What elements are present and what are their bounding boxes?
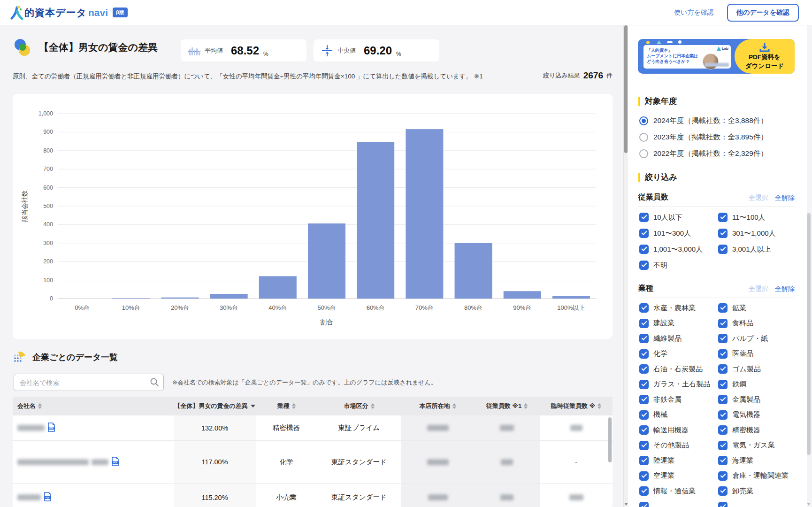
industry-checkbox-パルプ・紙[interactable]: パルプ・紙 xyxy=(718,331,799,346)
search-icon[interactable] xyxy=(149,377,160,387)
industry-checkbox-その他製品[interactable]: その他製品 xyxy=(639,438,718,453)
industry-checkbox-鉱業[interactable]: 鉱業 xyxy=(718,300,799,316)
column-header-2[interactable]: 【全体】男女の賃金の差異 xyxy=(174,402,256,410)
pdf-download-cta[interactable]: PDF資料を ダウンロード xyxy=(735,39,795,74)
svg-text:40%台: 40%台 xyxy=(268,304,287,311)
industry-checkbox-ゴム製品[interactable]: ゴム製品 xyxy=(718,361,799,377)
year-radio-2022[interactable]: 2022年度（掲載社数：全2,329件） xyxy=(639,146,768,162)
sidebar-scrollbar[interactable] xyxy=(807,25,811,507)
checkbox-label: 水産・農林業 xyxy=(653,304,696,313)
sidebar-scrollbar-thumb[interactable] xyxy=(807,213,811,455)
industry-checkbox-水産・農林業[interactable]: 水産・農林業 xyxy=(639,300,718,316)
top-bar: 的資本データ navi β版 使い方を確認 他のデータを確認 xyxy=(0,0,812,25)
pdf-icon[interactable]: PDF xyxy=(44,492,52,503)
industry-checkbox-非鉄金属[interactable]: 非鉄金属 xyxy=(639,392,718,407)
employees-checkbox-不明[interactable]: 不明 xyxy=(639,257,718,273)
industry-checkbox-石油・石炭製品[interactable]: 石油・石炭製品 xyxy=(639,361,718,377)
chart-bar-30%台 xyxy=(210,294,248,299)
scroll-down-arrow-icon[interactable] xyxy=(624,503,628,506)
pdf-banner[interactable]: Lab 「人的資本」 ムーブメントに日本企業は どう向き合うべきか？ PDF資料… xyxy=(638,39,795,74)
filter-result-unit: 件 xyxy=(606,71,613,81)
redacted-text xyxy=(501,459,513,465)
stat-unit: % xyxy=(396,51,401,57)
industry-checkbox-ガラス・土石製品[interactable]: ガラス・土石製品 xyxy=(639,377,718,392)
svg-text:0: 0 xyxy=(50,295,53,302)
employees-checkbox-11〜100人[interactable]: 11〜100人 xyxy=(718,209,799,225)
svg-text:1,000: 1,000 xyxy=(38,110,53,117)
checkbox-checked-icon xyxy=(639,261,649,270)
industry-checkbox-食料品[interactable]: 食料品 xyxy=(718,316,799,331)
employees-checkbox-1,001〜3,000人[interactable]: 1,001〜3,000人 xyxy=(639,241,718,257)
app-logo[interactable]: 的資本データ navi β版 xyxy=(10,5,128,20)
industry-clear-all-link[interactable]: 全解除 xyxy=(775,285,795,293)
industry-checkbox-陸運業[interactable]: 陸運業 xyxy=(639,453,718,469)
column-label: 業種 xyxy=(277,402,290,410)
industry-checkbox-clipped[interactable] xyxy=(639,499,718,507)
wage-gap-value-cell: 132.00% xyxy=(174,415,256,440)
column-header-6[interactable]: 従業員数 ※1 xyxy=(474,402,540,410)
checkbox-label: 10人以下 xyxy=(653,213,682,222)
industry-checkbox-精密機器[interactable]: 精密機器 xyxy=(718,422,799,438)
company-search-input[interactable] xyxy=(14,374,164,391)
pdf-icon[interactable]: PDF xyxy=(111,457,119,468)
industry-checkbox-機械[interactable]: 機械 xyxy=(639,407,718,423)
main-scrollbar[interactable] xyxy=(623,25,628,507)
redacted-text xyxy=(500,494,513,500)
sort-icon xyxy=(598,403,601,409)
redacted-text xyxy=(570,425,582,431)
column-header-4[interactable]: 市場区分 xyxy=(317,402,401,410)
scroll-down-arrow-icon[interactable] xyxy=(807,503,811,506)
employees-checkbox-3,001人以上[interactable]: 3,001人以上 xyxy=(718,241,799,257)
industry-checkbox-clipped[interactable] xyxy=(718,499,799,507)
industry-checkbox-建設業[interactable]: 建設業 xyxy=(639,316,718,331)
year-radio-2024[interactable]: 2024年度（掲載社数：全3,888件） xyxy=(639,113,768,129)
industry-checkbox-医薬品[interactable]: 医薬品 xyxy=(718,346,799,362)
pdf-icon[interactable]: PDF xyxy=(47,422,55,433)
employees-select-all-link[interactable]: 全選択 xyxy=(749,194,768,202)
industry-checkbox-繊維製品[interactable]: 繊維製品 xyxy=(639,331,718,346)
industry-checkbox-卸売業[interactable]: 卸売業 xyxy=(718,484,799,499)
industry-checkbox-海運業[interactable]: 海運業 xyxy=(718,453,799,469)
column-header-7[interactable]: 臨時従業員数 ※ xyxy=(540,402,613,410)
sort-up-arrow xyxy=(452,403,456,406)
cta-line1: PDF資料を xyxy=(749,54,781,61)
sort-up-arrow xyxy=(38,403,42,406)
industry-checkbox-鉄鋼[interactable]: 鉄鋼 xyxy=(718,377,799,392)
industry-checkbox-化学[interactable]: 化学 xyxy=(639,346,718,362)
checkbox-checked-icon xyxy=(718,380,728,389)
industry-checkbox-空運業[interactable]: 空運業 xyxy=(639,469,718,484)
column-header-5[interactable]: 本店所在地 xyxy=(401,402,474,410)
employees-checkbox-10人以下[interactable]: 10人以下 xyxy=(639,209,718,225)
company-list-icon xyxy=(13,350,27,364)
employees-checkbox-301〜1,000人[interactable]: 301〜1,000人 xyxy=(718,225,799,241)
chart-bar-60%台 xyxy=(357,142,394,299)
industry-checkbox-情報・通信業[interactable]: 情報・通信業 xyxy=(639,484,718,499)
column-label: 臨時従業員数 ※ xyxy=(551,402,595,410)
howto-link[interactable]: 使い方を確認 xyxy=(674,8,714,17)
sort-down-arrow xyxy=(452,407,456,409)
checkbox-label: 機械 xyxy=(653,410,667,419)
industry-checkbox-電気機器[interactable]: 電気機器 xyxy=(718,407,799,423)
main-scrollbar-thumb[interactable] xyxy=(624,25,628,153)
industry-checkbox-金属製品[interactable]: 金属製品 xyxy=(718,392,799,407)
checkbox-checked-icon xyxy=(639,441,649,450)
employees-checkbox-101〜300人[interactable]: 101〜300人 xyxy=(639,225,718,241)
year-radio-2023[interactable]: 2023年度（掲載社数：全3,895件） xyxy=(639,129,768,146)
svg-text:PDF: PDF xyxy=(49,427,54,430)
column-header-3[interactable]: 業種 xyxy=(256,402,317,410)
average-bars-icon xyxy=(188,45,200,57)
checkbox-checked-icon xyxy=(639,395,649,404)
industry-checkbox-倉庫・運輸関連業[interactable]: 倉庫・運輸関連業 xyxy=(718,469,799,484)
other-data-button[interactable]: 他のデータを確認 xyxy=(727,4,799,22)
industry-select-all-link[interactable]: 全選択 xyxy=(749,285,768,293)
redacted-text xyxy=(569,494,583,500)
employees-clear-all-link[interactable]: 全解除 xyxy=(775,194,795,202)
histogram-svg: 01002003004005006007008009001,0000%台10%台… xyxy=(17,98,607,333)
industry-checkbox-電気・ガス業[interactable]: 電気・ガス業 xyxy=(718,438,799,453)
checkbox-checked-icon xyxy=(639,364,649,374)
stat-chip-median: 中央値 69.20 % xyxy=(314,39,439,61)
sort-down-arrow xyxy=(524,407,528,409)
industry-checkbox-輸送用機器[interactable]: 輸送用機器 xyxy=(639,422,718,438)
column-header-1[interactable]: 会社名 xyxy=(13,402,174,410)
table-scrollbar-thumb[interactable] xyxy=(608,417,612,462)
